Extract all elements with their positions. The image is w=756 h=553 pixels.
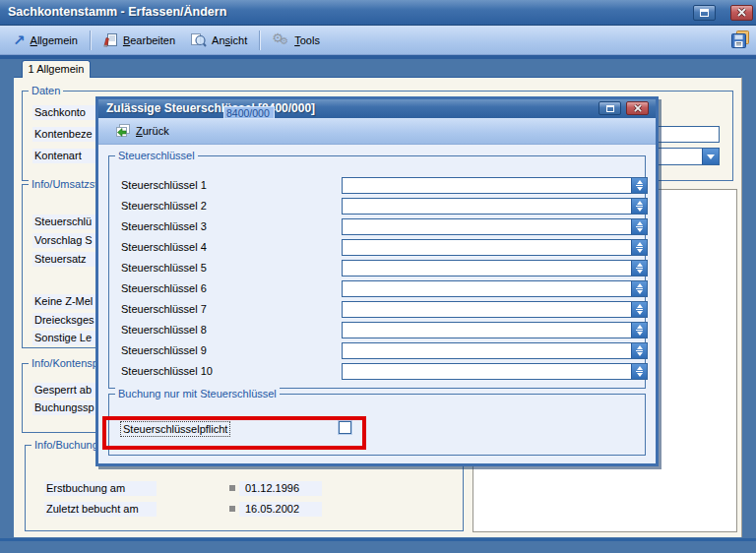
window-titlebar: Sachkontenstamm - Erfassen/Ändern	[0, 0, 756, 26]
spinner-down-icon	[637, 290, 643, 294]
spinner-bar	[636, 309, 643, 310]
toolbar-item-bearbeiten[interactable]: Bearbeiten	[99, 31, 178, 50]
tax-key-label: Steuerschlüssel 3	[121, 220, 207, 232]
tax-key-label: Steuerschlüssel 2	[121, 200, 207, 212]
spinner-button[interactable]	[631, 199, 647, 214]
dialog-close-button[interactable]	[626, 101, 649, 115]
arrow-up-right-icon: ↗	[13, 33, 26, 47]
tax-key-input-10[interactable]	[342, 363, 648, 380]
tax-key-row: Steuerschlüssel 5	[121, 260, 635, 276]
spinner-down-icon	[637, 373, 643, 377]
close-icon	[736, 8, 747, 18]
tax-key-row: Steuerschlüssel 6	[121, 280, 635, 297]
toolbar-separator	[90, 31, 91, 50]
spinner-bar	[636, 371, 643, 372]
restore-icon	[606, 105, 614, 112]
dialog-restore-button[interactable]	[598, 101, 621, 115]
tax-key-input-7[interactable]	[342, 301, 648, 318]
group-umsatzsteuer-caption: Info/Umsatzst	[29, 178, 100, 191]
spinner-down-icon	[637, 187, 643, 191]
tax-key-row: Steuerschlüssel 10	[121, 363, 635, 380]
tax-key-label: Steuerschlüssel 9	[121, 344, 207, 356]
spinner-down-icon	[637, 332, 643, 336]
toolbar-item-allgemein[interactable]: ↗ Allgemein	[10, 31, 81, 49]
group-steuerschluessel: Steuerschlüssel Steuerschlüssel 1 Steuer…	[108, 155, 646, 389]
back-label: Zurück	[136, 125, 169, 137]
gears-icon: ⚙ ⚙	[272, 32, 289, 48]
spinner-bar	[636, 288, 643, 289]
field-label-keine-z-meldung: Keine Z-Mel	[32, 294, 95, 309]
back-icon	[115, 124, 131, 139]
toolbar-item-ansicht[interactable]: Ansicht	[187, 31, 250, 50]
spinner-bar	[636, 206, 643, 207]
spinner-button[interactable]	[631, 364, 647, 379]
spinner-button[interactable]	[631, 302, 647, 317]
toolbar-separator	[259, 31, 260, 50]
spinner-down-icon	[637, 208, 643, 212]
spinner-down-icon	[637, 249, 643, 253]
highlight-rect	[102, 416, 366, 450]
spinner-bar	[636, 350, 643, 351]
field-label-buchungssperre: Buchungssp	[32, 400, 95, 415]
back-button[interactable]: Zurück	[112, 122, 172, 141]
field-label-sonstige-leistung: Sonstige Le	[32, 331, 95, 345]
spinner-up-icon	[637, 366, 643, 370]
tax-key-label: Steuerschlüssel 6	[121, 282, 207, 294]
close-icon	[633, 104, 643, 113]
bullet-icon	[229, 485, 235, 491]
tax-key-input-2[interactable]	[342, 198, 648, 215]
group-required-caption: Buchung nur mit Steuerschlüssel	[115, 388, 280, 400]
tax-key-input-4[interactable]	[342, 239, 648, 256]
field-label-sachkonto: Sachkonto	[32, 105, 95, 120]
close-button[interactable]	[730, 5, 753, 21]
edit-icon	[102, 32, 118, 48]
spinner-up-icon	[637, 283, 643, 287]
spinner-bar	[636, 226, 643, 227]
spinner-up-icon	[637, 180, 643, 184]
spinner-bar	[636, 247, 643, 248]
spinner-bar	[636, 268, 643, 269]
tax-key-label: Steuerschlüssel 4	[121, 241, 207, 253]
tax-key-input-8[interactable]	[342, 322, 648, 338]
spinner-button[interactable]	[631, 281, 647, 296]
group-daten-caption: Daten	[29, 85, 63, 97]
zuletzt-bebucht-value: 16.05.2002	[239, 502, 322, 517]
spinner-down-icon	[637, 311, 643, 315]
toolbar-label-ansicht: Ansicht	[212, 34, 247, 46]
tax-key-row: Steuerschlüssel 8	[121, 322, 635, 338]
spinner-up-icon	[637, 263, 643, 267]
app-window: Sachkontenstamm - Erfassen/Ändern ↗ Allg…	[0, 0, 756, 553]
spinner-button[interactable]	[631, 343, 647, 358]
restore-button[interactable]	[693, 5, 716, 21]
field-label-steuersatz: Steuersatz	[32, 252, 95, 267]
tax-key-row: Steuerschlüssel 3	[121, 218, 635, 235]
dropdown-button[interactable]	[702, 149, 719, 164]
tab-allgemein[interactable]: 1 Allgemein	[22, 60, 91, 78]
spinner-up-icon	[637, 345, 643, 349]
toolbar-label-bearbeiten: Bearbeiten	[123, 34, 175, 46]
window-title: Sachkontenstamm - Erfassen/Ändern	[8, 0, 226, 25]
spinner-up-icon	[637, 242, 643, 246]
spinner-bar	[636, 330, 643, 331]
field-label-dreiecksgeschaeft: Dreiecksges	[32, 313, 95, 328]
spinner-button[interactable]	[631, 219, 647, 234]
magnifier-icon	[190, 32, 207, 48]
tax-key-input-9[interactable]	[342, 342, 648, 359]
field-label-steuerschluessel: Steuerschlü	[32, 215, 95, 229]
spinner-button[interactable]	[631, 240, 647, 255]
window-frame-line	[0, 538, 756, 541]
spinner-button[interactable]	[631, 178, 647, 193]
field-label-zuletzt-bebucht: Zuletzt bebucht am	[44, 502, 157, 517]
tax-key-input-1[interactable]	[342, 177, 648, 194]
tax-key-input-5[interactable]	[342, 260, 648, 276]
spinner-button[interactable]	[631, 323, 647, 338]
field-label-kontenart: Kontenart	[32, 149, 95, 163]
toolbar-label-allgemein: Allgemein	[31, 34, 78, 46]
bullet-icon	[229, 506, 235, 512]
tax-key-input-6[interactable]	[342, 280, 648, 297]
toolbar-item-tools[interactable]: ⚙ ⚙ Tools	[269, 31, 323, 50]
spinner-button[interactable]	[631, 261, 647, 276]
spinner-down-icon	[637, 228, 643, 232]
save-button[interactable]	[730, 31, 750, 51]
tax-key-input-3[interactable]	[342, 218, 648, 235]
